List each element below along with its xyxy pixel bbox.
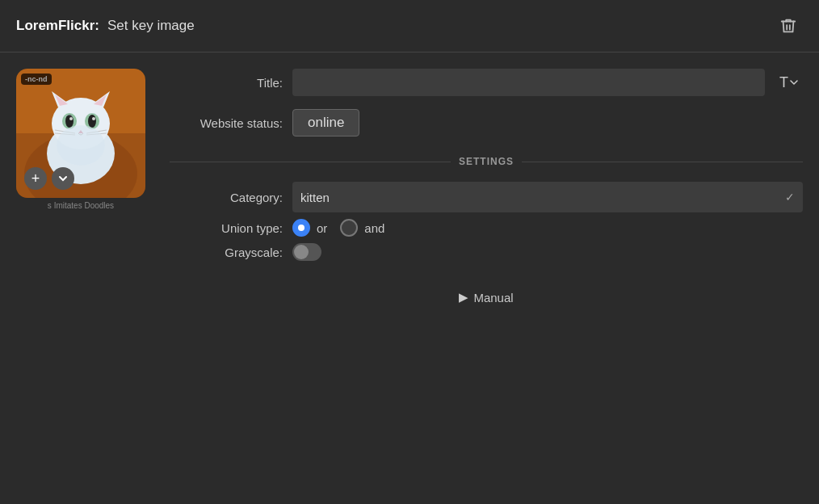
main-content: -nc-nd xyxy=(0,52,819,313)
chevron-down-button[interactable] xyxy=(52,167,74,190)
union-and-label: and xyxy=(364,221,384,235)
divider-line-left xyxy=(170,162,451,162)
union-or-radio[interactable] xyxy=(292,219,310,237)
image-block: -nc-nd xyxy=(16,69,145,313)
title-type-button[interactable]: T xyxy=(775,71,803,94)
svg-point-13 xyxy=(69,117,73,120)
union-type-radio-group: or and xyxy=(292,219,384,237)
union-or-option[interactable]: or xyxy=(292,219,327,237)
union-and-radio[interactable] xyxy=(340,219,358,237)
manual-section[interactable]: ▶ Manual xyxy=(170,282,803,313)
chevron-down-icon xyxy=(58,174,68,183)
grayscale-label: Grayscale: xyxy=(170,246,283,259)
image-badge: -nc-nd xyxy=(21,74,52,85)
trash-icon xyxy=(779,17,797,35)
category-label: Category: xyxy=(170,191,283,204)
settings-divider: SETTINGS xyxy=(170,156,803,167)
svg-point-20 xyxy=(57,125,105,166)
status-label: Website status: xyxy=(170,116,283,130)
status-row: Website status: online xyxy=(170,109,803,136)
union-or-label: or xyxy=(317,221,327,235)
add-image-button[interactable]: + xyxy=(24,167,47,190)
union-type-label: Union type: xyxy=(170,221,283,235)
page-title: Set key image xyxy=(107,18,195,34)
settings-section: SETTINGS Category: kitten cat animal nat… xyxy=(170,156,803,261)
category-select-wrap: kitten cat animal nature ✓ xyxy=(292,182,803,212)
image-container: -nc-nd xyxy=(16,69,145,198)
header-left: LoremFlickr: Set key image xyxy=(16,18,195,34)
status-badge: online xyxy=(292,109,359,136)
app-brand: LoremFlickr: xyxy=(16,18,99,34)
chevron-down-icon xyxy=(790,78,798,86)
title-input[interactable] xyxy=(292,69,765,96)
grayscale-toggle[interactable] xyxy=(292,243,321,261)
settings-header: SETTINGS xyxy=(459,156,514,167)
union-and-option[interactable]: and xyxy=(340,219,384,237)
grayscale-row: Grayscale: xyxy=(170,243,803,261)
category-row: Category: kitten cat animal nature ✓ xyxy=(170,182,803,212)
delete-button[interactable] xyxy=(774,11,803,40)
manual-label: Manual xyxy=(473,291,513,304)
category-select[interactable]: kitten cat animal nature xyxy=(292,182,803,212)
header: LoremFlickr: Set key image xyxy=(0,0,819,52)
title-type-icon: T xyxy=(779,74,788,91)
svg-point-12 xyxy=(88,115,96,128)
manual-icon: ▶ xyxy=(459,290,468,304)
divider-line-right xyxy=(522,162,803,162)
title-row: Title: T xyxy=(170,69,803,96)
form-block: Title: T Website status: online SETTINGS xyxy=(170,69,803,313)
image-caption: s Imitates Doodles xyxy=(16,201,145,210)
union-type-row: Union type: or and xyxy=(170,219,803,237)
svg-point-14 xyxy=(92,117,95,120)
title-label: Title: xyxy=(170,76,283,90)
